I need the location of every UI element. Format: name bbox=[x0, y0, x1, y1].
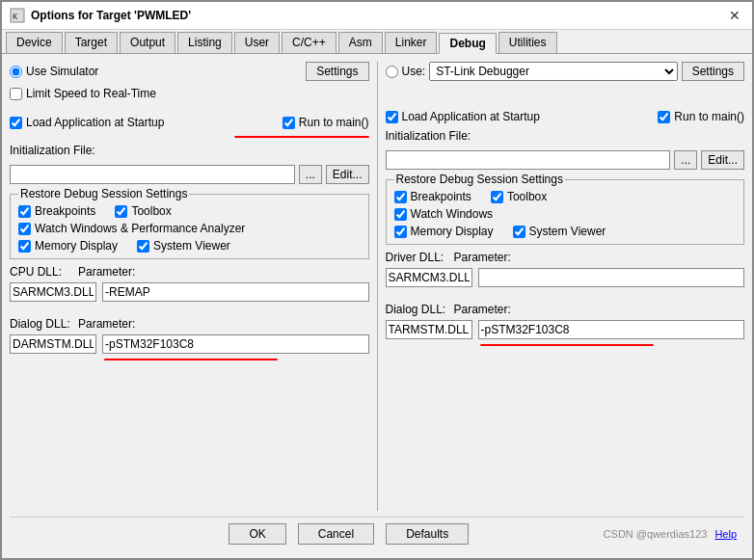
left-dialog-param-input[interactable] bbox=[102, 334, 369, 354]
close-button[interactable]: ✕ bbox=[725, 6, 744, 25]
right-breakpoints-checkbox[interactable] bbox=[394, 191, 407, 203]
left-memory-display-checkbox[interactable] bbox=[18, 240, 31, 253]
left-toolbox-checkbox[interactable] bbox=[115, 205, 127, 218]
left-cpu-param-input[interactable] bbox=[102, 282, 369, 302]
right-breakpoints-label: Breakpoints bbox=[411, 190, 471, 203]
window-title: Options for Target 'PWMLED' bbox=[31, 9, 191, 22]
right-restore-group-label: Restore Debug Session Settings bbox=[394, 173, 565, 186]
use-simulator-radio[interactable] bbox=[10, 66, 22, 78]
right-load-app-row: Load Application at Startup bbox=[386, 110, 540, 123]
left-system-viewer-checkbox[interactable] bbox=[137, 240, 149, 253]
left-memory-display-label: Memory Display bbox=[35, 239, 118, 253]
right-run-to-main-checkbox[interactable] bbox=[658, 111, 670, 123]
cancel-button[interactable]: Cancel bbox=[298, 523, 374, 545]
tab-asm[interactable]: Asm bbox=[338, 32, 383, 53]
two-col-layout: Use Simulator Settings Limit Speed to Re… bbox=[10, 62, 744, 511]
left-edit-button[interactable]: Edit... bbox=[326, 165, 369, 184]
right-toolbox-checkbox[interactable] bbox=[491, 191, 503, 203]
left-toolbox-row: Toolbox bbox=[115, 204, 171, 218]
left-load-app-row: Load Application at Startup bbox=[10, 116, 164, 129]
defaults-button[interactable]: Defaults bbox=[386, 523, 469, 545]
right-run-to-main-label: Run to main() bbox=[674, 110, 744, 123]
left-cpu-dll-section: CPU DLL: Parameter: bbox=[10, 265, 369, 302]
tab-linker[interactable]: Linker bbox=[385, 32, 438, 53]
left-init-file-row: ... Edit... bbox=[10, 165, 369, 184]
right-dialog-dll-label: Dialog DLL: bbox=[386, 303, 448, 316]
use-simulator-label: Use Simulator bbox=[26, 65, 98, 78]
right-settings-button[interactable]: Settings bbox=[682, 62, 744, 81]
use-simulator-row: Use Simulator Settings bbox=[10, 62, 369, 81]
bottom-center-buttons: OK Cancel Defaults bbox=[229, 523, 469, 545]
left-init-file-input[interactable] bbox=[10, 165, 295, 184]
main-content: Use Simulator Settings Limit Speed to Re… bbox=[2, 54, 752, 558]
right-restore-row3: Memory Display System Viewer bbox=[394, 225, 737, 238]
left-dialog-dll-section: Dialog DLL: Parameter: bbox=[10, 317, 369, 360]
right-restore-content: Breakpoints Toolbox Watch Windows bbox=[394, 190, 737, 238]
help-label[interactable]: Help bbox=[714, 528, 737, 540]
right-edit-button[interactable]: Edit... bbox=[701, 150, 744, 170]
left-restore-group-label: Restore Debug Session Settings bbox=[18, 187, 189, 200]
right-dialog-param-label: Parameter: bbox=[454, 303, 512, 316]
right-memory-display-row: Memory Display bbox=[394, 225, 494, 238]
debugger-select[interactable]: ST-Link Debugger bbox=[429, 62, 677, 81]
right-watch-checkbox[interactable] bbox=[394, 208, 407, 221]
left-breakpoints-checkbox[interactable] bbox=[18, 205, 31, 218]
left-browse-button[interactable]: ... bbox=[299, 165, 322, 184]
tab-output[interactable]: Output bbox=[120, 32, 175, 53]
tab-listing[interactable]: Listing bbox=[177, 32, 232, 53]
tab-cpp[interactable]: C/C++ bbox=[282, 32, 337, 53]
right-restore-group: Restore Debug Session Settings Breakpoin… bbox=[386, 179, 745, 245]
left-watch-checkbox[interactable] bbox=[18, 223, 31, 235]
right-load-app-checkbox[interactable] bbox=[386, 111, 398, 123]
left-dialog-param-label: Parameter: bbox=[78, 317, 136, 331]
use-debugger-radio-label[interactable]: Use: bbox=[386, 65, 426, 78]
right-toolbox-row: Toolbox bbox=[491, 190, 547, 203]
right-memory-display-checkbox[interactable] bbox=[394, 226, 407, 238]
left-cpu-dll-input[interactable] bbox=[10, 282, 96, 302]
limit-speed-checkbox[interactable] bbox=[10, 88, 22, 100]
left-run-to-main-checkbox[interactable] bbox=[283, 117, 295, 129]
right-browse-button[interactable]: ... bbox=[674, 150, 697, 170]
right-load-app-label: Load Application at Startup bbox=[402, 110, 540, 123]
right-watch-label: Watch Windows bbox=[411, 207, 494, 221]
use-simulator-radio-label[interactable]: Use Simulator bbox=[10, 65, 98, 78]
use-debugger-radio[interactable] bbox=[386, 66, 398, 78]
col-divider bbox=[377, 62, 378, 511]
left-col: Use Simulator Settings Limit Speed to Re… bbox=[10, 62, 369, 511]
right-driver-param-input[interactable] bbox=[478, 268, 745, 287]
right-dialog-dll-input[interactable] bbox=[386, 320, 472, 339]
right-system-viewer-row: System Viewer bbox=[513, 225, 606, 238]
right-driver-param-label: Parameter: bbox=[454, 251, 512, 264]
tab-utilities[interactable]: Utilities bbox=[498, 32, 557, 53]
left-settings-button[interactable]: Settings bbox=[306, 62, 368, 81]
app-icon: κ bbox=[10, 8, 25, 23]
ok-button[interactable]: OK bbox=[229, 523, 285, 545]
right-init-file-input[interactable] bbox=[386, 150, 671, 170]
left-dialog-dll-input[interactable] bbox=[10, 334, 96, 354]
limit-speed-label: Limit Speed to Real-Time bbox=[26, 87, 156, 100]
tab-target[interactable]: Target bbox=[65, 32, 118, 53]
left-load-app-label: Load Application at Startup bbox=[26, 116, 164, 129]
use-debugger-row: Use: ST-Link Debugger Settings bbox=[386, 62, 745, 81]
left-dialog-dll-labels: Dialog DLL: Parameter: bbox=[10, 317, 369, 331]
right-watch-row: Watch Windows bbox=[394, 207, 737, 221]
left-watch-row: Watch Windows & Performance Analyzer bbox=[18, 222, 361, 235]
left-restore-row1: Breakpoints Toolbox bbox=[18, 204, 361, 218]
left-load-app-checkbox[interactable] bbox=[10, 117, 22, 129]
tab-user[interactable]: User bbox=[234, 32, 280, 53]
left-restore-row3: Memory Display System Viewer bbox=[18, 239, 361, 253]
left-breakpoints-label: Breakpoints bbox=[35, 204, 95, 218]
right-memory-display-label: Memory Display bbox=[411, 225, 494, 238]
left-breakpoints-row: Breakpoints bbox=[18, 204, 95, 218]
left-cpu-param-label: Parameter: bbox=[78, 265, 136, 279]
right-driver-dll-section: Driver DLL: Parameter: bbox=[386, 251, 745, 287]
right-system-viewer-checkbox[interactable] bbox=[513, 226, 525, 238]
right-driver-dll-label: Driver DLL: bbox=[386, 251, 448, 264]
right-driver-dll-input[interactable] bbox=[386, 268, 472, 287]
left-dialog-dll-inputs bbox=[10, 334, 369, 354]
tab-debug[interactable]: Debug bbox=[439, 33, 496, 54]
right-dialog-param-input[interactable] bbox=[478, 320, 745, 339]
tab-device[interactable]: Device bbox=[6, 32, 63, 53]
left-cpu-dll-inputs bbox=[10, 282, 369, 302]
right-breakpoints-row: Breakpoints bbox=[394, 190, 471, 203]
